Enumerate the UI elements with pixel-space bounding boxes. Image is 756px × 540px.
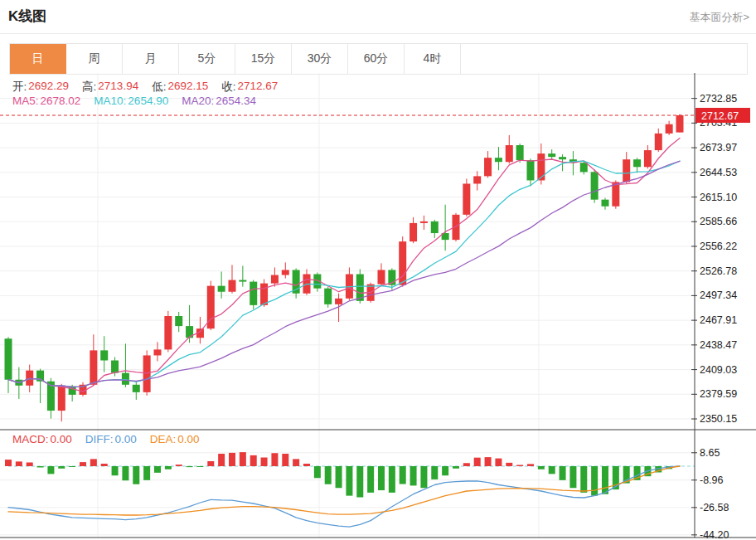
macd-bar: [90, 459, 97, 466]
macd-bar: [176, 465, 182, 466]
candle-body: [601, 200, 608, 207]
macd-bar: [218, 454, 225, 466]
candle-body: [506, 145, 513, 162]
macd-bar: [69, 466, 75, 467]
macd-bar: [485, 457, 492, 466]
candle-body: [260, 284, 268, 305]
candle-body: [69, 387, 76, 395]
candle-body: [143, 355, 151, 392]
macd-bar: [16, 461, 22, 466]
candle-body: [100, 350, 108, 360]
macd-bar: [431, 466, 438, 479]
price-tick-label: 2526.78: [700, 265, 737, 277]
candle-body: [559, 157, 566, 159]
macd-bar: [80, 462, 86, 466]
macd-bar: [271, 453, 278, 466]
macd-bar: [37, 466, 44, 467]
macd-bar: [580, 466, 587, 493]
macd-bar: [229, 453, 235, 466]
readout-pair: MA20:2654.34: [182, 95, 256, 107]
macd-bar: [495, 459, 502, 466]
macd-bar: [58, 466, 65, 469]
macd-bar: [591, 466, 598, 496]
macd-bar: [165, 466, 172, 469]
macd-bar: [506, 463, 512, 466]
candle-body: [473, 176, 481, 183]
candle-body: [676, 115, 683, 133]
price-tick-label: 2615.10: [700, 192, 737, 203]
macd-bar: [143, 466, 150, 480]
candle-body: [122, 373, 129, 385]
readout-pair: 高:2713.94: [82, 80, 138, 95]
macd-bar: [314, 466, 321, 478]
readout-pair: 开:2692.29: [12, 80, 69, 95]
candle-body: [516, 145, 524, 160]
macd-bar: [549, 466, 555, 474]
candle-body: [495, 158, 502, 162]
macd-bar: [367, 466, 374, 493]
macd-bar: [410, 466, 417, 485]
candle-body: [335, 299, 342, 304]
readout-pair: DEA:0.00: [150, 433, 200, 445]
macd-bar: [282, 454, 288, 466]
candle-body: [5, 338, 12, 379]
macd-bar: [538, 466, 545, 469]
macd-tick-label: 8.65: [700, 447, 720, 459]
candle-body: [250, 282, 257, 305]
macd-bar: [378, 466, 385, 490]
candle-body: [537, 153, 545, 180]
candle-body: [228, 280, 235, 292]
macd-bar: [250, 455, 257, 466]
ma10-line: [8, 161, 680, 387]
readout-pair: DIFF:0.00: [85, 433, 137, 445]
macd-bar: [261, 458, 268, 466]
macd-bar: [5, 460, 12, 466]
price-tick-label: 2379.59: [700, 388, 737, 400]
macd-bar: [112, 466, 119, 475]
candle-body: [58, 387, 65, 411]
macd-bar: [400, 466, 406, 484]
macd-bar: [527, 464, 534, 466]
price-tick-label: 2350.15: [700, 413, 737, 425]
candle-body: [580, 163, 588, 172]
macd-bar: [356, 466, 363, 497]
macd-bar: [463, 463, 470, 466]
readout-pair: MA5:2678.02: [12, 95, 80, 107]
candle-body: [655, 134, 662, 150]
readout-pair: MACD:0.00: [12, 433, 72, 445]
candle-body: [526, 160, 534, 180]
ma5-line: [8, 138, 680, 392]
macd-tick-label: -26.58: [700, 502, 729, 513]
candle-body: [431, 221, 439, 233]
macd-bar: [101, 464, 108, 466]
macd-bar: [325, 466, 332, 484]
ma20-line: [8, 161, 680, 387]
candle-body: [420, 221, 428, 223]
candle-body: [271, 275, 279, 284]
price-tick-label: 2732.85: [700, 93, 737, 105]
price-tick-label: 2644.53: [700, 167, 737, 178]
macd-bar: [122, 466, 128, 480]
candle-body: [633, 159, 641, 167]
macd-tick-label: -8.96: [700, 474, 724, 486]
macd-bar: [303, 464, 310, 466]
price-tick-label: 2556.22: [700, 241, 737, 252]
macd-bar: [27, 463, 33, 466]
candle-body: [239, 280, 246, 282]
macd-bar: [442, 466, 448, 475]
readout-pair: 收:2712.67: [221, 80, 278, 95]
readout-pair: MA10:2654.90: [94, 95, 168, 107]
candle-body: [26, 371, 33, 386]
kline-page: { "header": { "title": "K线图", "link_labe…: [0, 0, 756, 540]
candle-body: [111, 361, 119, 373]
candle-body: [324, 289, 332, 304]
macd-bar: [133, 466, 139, 484]
macd-bar: [602, 466, 608, 494]
candle-body: [463, 183, 470, 214]
candle-body: [377, 270, 385, 284]
candle-body: [623, 159, 630, 182]
candle-body: [175, 316, 182, 326]
last-price-label: 2712.67: [701, 110, 739, 122]
macd-bar: [293, 459, 299, 466]
candle-body: [484, 158, 492, 176]
